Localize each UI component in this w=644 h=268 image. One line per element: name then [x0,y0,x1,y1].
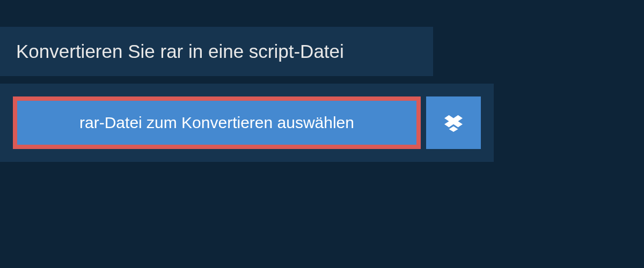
dropbox-button[interactable] [426,96,481,149]
select-file-button-highlight: rar-Datei zum Konvertieren auswählen [13,96,421,149]
page-title: Konvertieren Sie rar in eine script-Date… [16,41,417,62]
header-bar: Konvertieren Sie rar in eine script-Date… [0,27,433,76]
button-container: rar-Datei zum Konvertieren auswählen [0,84,494,162]
dropbox-icon [444,114,463,132]
select-file-button[interactable]: rar-Datei zum Konvertieren auswählen [17,101,416,145]
